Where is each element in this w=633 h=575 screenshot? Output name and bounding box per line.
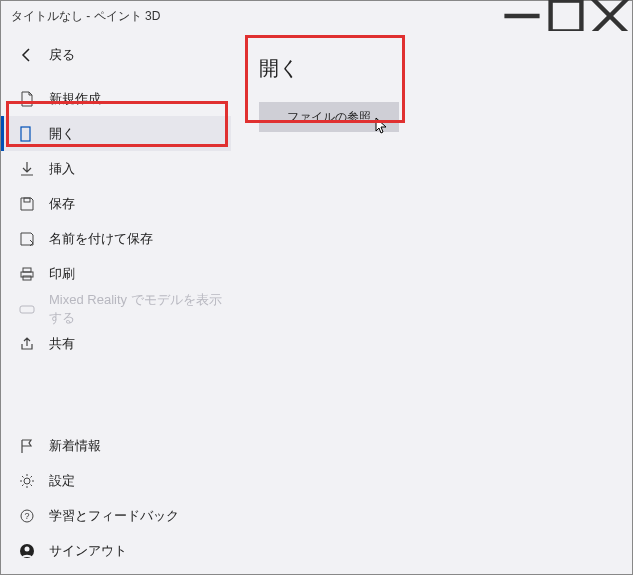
window-title: タイトルなし - ペイント 3D	[11, 8, 160, 25]
menu-label: 新着情報	[49, 437, 101, 455]
print-icon	[19, 266, 35, 282]
menu-label: 設定	[49, 472, 75, 490]
close-button[interactable]	[588, 1, 632, 31]
download-icon	[19, 161, 35, 177]
maximize-button[interactable]	[544, 1, 588, 31]
browse-files-button[interactable]: ファイルの参照	[259, 102, 399, 132]
headset-icon	[19, 301, 35, 317]
document-icon	[19, 91, 35, 107]
menu-item-insert[interactable]: 挿入	[1, 151, 231, 186]
share-icon	[19, 336, 35, 352]
menu-item-signout[interactable]: サインアウト	[1, 533, 231, 568]
menu-label: 学習とフィードバック	[49, 507, 179, 525]
arrow-left-icon	[19, 47, 35, 63]
menu-item-settings[interactable]: 設定	[1, 463, 231, 498]
save-icon	[19, 196, 35, 212]
app-window: タイトルなし - ペイント 3D 戻る 新規作成 開く	[0, 0, 633, 575]
cursor-icon	[375, 117, 389, 138]
svg-point-10	[24, 478, 30, 484]
menu-label: 名前を付けて保存	[49, 230, 153, 248]
menu-label: 保存	[49, 195, 75, 213]
sidebar: 戻る 新規作成 開く 挿入 保存	[1, 31, 231, 574]
svg-rect-9	[20, 306, 34, 313]
back-label: 戻る	[49, 46, 75, 64]
menu-label: 挿入	[49, 160, 75, 178]
menu-item-saveas[interactable]: 名前を付けて保存	[1, 221, 231, 256]
menu-item-new[interactable]: 新規作成	[1, 81, 231, 116]
svg-rect-6	[23, 268, 31, 272]
browse-label: ファイルの参照	[287, 109, 371, 126]
svg-point-14	[25, 546, 30, 551]
menu-item-feedback[interactable]: ? 学習とフィードバック	[1, 498, 231, 533]
svg-rect-5	[24, 198, 30, 202]
help-icon: ?	[19, 508, 35, 524]
content-pane: 開く ファイルの参照	[231, 31, 632, 574]
menu-label: 開く	[49, 125, 75, 143]
menu-item-open[interactable]: 開く	[1, 116, 231, 151]
gear-icon	[19, 473, 35, 489]
file-menu: 新規作成 開く 挿入 保存 名前を付けて保存	[1, 81, 231, 361]
menu-label: サインアウト	[49, 542, 127, 560]
body: 戻る 新規作成 開く 挿入 保存	[1, 31, 632, 574]
person-icon	[19, 543, 35, 559]
menu-item-mixedreality: Mixed Reality でモデルを表示する	[1, 291, 231, 326]
menu-item-print[interactable]: 印刷	[1, 256, 231, 291]
svg-text:?: ?	[24, 511, 29, 521]
menu-item-whatsnew[interactable]: 新着情報	[1, 428, 231, 463]
titlebar: タイトルなし - ペイント 3D	[1, 1, 632, 31]
menu-label: 印刷	[49, 265, 75, 283]
minimize-button[interactable]	[500, 1, 544, 31]
menu-label: Mixed Reality でモデルを表示する	[49, 291, 231, 327]
svg-rect-1	[551, 1, 582, 32]
menu-item-save[interactable]: 保存	[1, 186, 231, 221]
menu-item-share[interactable]: 共有	[1, 326, 231, 361]
back-button[interactable]: 戻る	[1, 37, 231, 73]
saveas-icon	[19, 231, 35, 247]
open-icon	[19, 126, 35, 142]
menu-label: 共有	[49, 335, 75, 353]
menu-label: 新規作成	[49, 90, 101, 108]
content-heading: 開く	[259, 55, 604, 82]
svg-rect-4	[21, 127, 30, 141]
bottom-menu: 新着情報 設定 ? 学習とフィードバック サインアウト	[1, 428, 231, 568]
flag-icon	[19, 438, 35, 454]
